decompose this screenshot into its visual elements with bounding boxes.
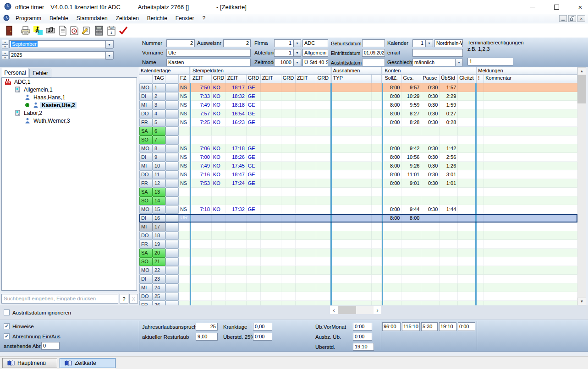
cell-date[interactable]: 12 [153,179,165,188]
cell-g4[interactable] [316,109,330,118]
cell-g2[interactable] [247,196,261,205]
cell-komm[interactable] [484,136,577,144]
cell-typ[interactable] [332,179,372,188]
cell-day[interactable]: DI [139,92,153,101]
month-spinner[interactable]: ▲▼ [2,40,8,49]
cell-z1[interactable] [191,196,212,205]
cell-excl[interactable] [477,196,484,205]
email-field[interactable] [412,49,463,57]
time-report-icon[interactable] [69,25,79,36]
cell-ges[interactable]: 11:01 [401,170,421,179]
cell-komm[interactable] [484,231,577,240]
cell-g4[interactable] [316,136,330,144]
cell-g2[interactable]: GE [247,170,261,179]
cell-z4[interactable] [296,118,316,127]
cell-g3[interactable] [281,240,296,249]
cell-g2[interactable] [247,188,261,196]
cell-g3[interactable] [281,249,296,257]
cell-sollz[interactable] [383,222,401,231]
cell-z2[interactable] [226,301,247,305]
cell-excl[interactable] [477,283,484,292]
cell-g3[interactable] [281,101,296,109]
cell-day[interactable]: MI [139,162,153,170]
cell-fz[interactable]: NS [179,144,190,153]
cell-typ[interactable] [332,292,372,301]
year-combo-arrow-icon[interactable]: ▼ [105,52,113,60]
column-header[interactable]: Pause [421,75,440,83]
cell-g4[interactable] [316,240,330,249]
kranktage-field[interactable]: 0,00 [253,323,272,331]
cell-g1[interactable]: KO [212,101,226,109]
cell-sollz[interactable] [383,292,401,301]
cell-fz[interactable] [179,257,190,266]
cell-gleitz[interactable] [458,205,475,214]
cell-pause[interactable] [421,136,440,144]
cell-uebstd[interactable] [440,292,458,301]
cell-komm[interactable] [484,92,577,101]
cell-z4[interactable] [296,240,316,249]
cell-sp2[interactable] [372,222,382,231]
cell-g3[interactable] [281,153,296,162]
cell-sp2[interactable] [372,257,382,266]
cell-g4[interactable] [316,222,330,231]
cell-g1[interactable] [212,136,226,144]
cell-fz[interactable]: UR [179,214,190,222]
cell-g1[interactable] [212,240,226,249]
cell-excl[interactable] [477,101,484,109]
cell-g2[interactable]: GE [247,101,261,109]
cell-typ[interactable] [332,170,372,179]
cell-sp1[interactable] [165,188,179,196]
cell-uebstd[interactable]: 0:28 [440,118,458,127]
cell-g1[interactable] [212,188,226,196]
cell-ges[interactable]: 8:28 [401,118,421,127]
cell-z4[interactable] [296,109,316,118]
cell-z2[interactable] [226,257,247,266]
cell-excl[interactable] [477,301,484,305]
cell-g3[interactable] [281,283,296,292]
cell-z3[interactable] [261,170,281,179]
cell-fz[interactable]: NS [179,162,190,170]
cell-pause[interactable]: 0:30 [421,92,440,101]
cell-g2[interactable] [247,266,261,275]
cell-pause[interactable] [421,249,440,257]
cell-typ[interactable] [332,231,372,240]
menu-fenster[interactable]: Fenster [171,15,198,22]
mdi-restore-icon[interactable] [568,15,576,22]
cell-z3[interactable] [261,196,281,205]
cell-g1[interactable] [212,301,226,305]
cell-date[interactable]: 22 [153,266,165,275]
cell-date[interactable]: 17 [153,222,165,231]
cell-sp1[interactable] [165,109,179,118]
zeitmodell-combo-arrow-icon[interactable]: ▼ [293,59,301,66]
zeitkarte-button[interactable]: Zeitkarte [60,358,115,368]
cell-excl[interactable] [477,83,484,92]
cell-komm[interactable] [484,196,577,205]
cell-z4[interactable] [296,170,316,179]
cell-z3[interactable] [261,127,281,136]
cell-z3[interactable] [261,101,281,109]
cell-day[interactable]: MO [139,266,153,275]
cell-z1[interactable]: 7:18 [191,205,212,214]
cell-z2[interactable]: 17:24 [226,179,247,188]
cell-ges[interactable]: 9:42 [401,144,421,153]
cell-sp2[interactable] [372,118,382,127]
cell-komm[interactable] [484,109,577,118]
grid-vscrollbar[interactable]: ▲ ▼ [577,67,586,305]
geburtsdatum-field[interactable] [362,39,385,47]
cell-g3[interactable] [281,257,296,266]
cell-typ[interactable] [332,275,372,283]
cell-sp2[interactable] [372,275,382,283]
cell-gleitz[interactable] [458,153,475,162]
cell-z4[interactable] [296,153,316,162]
cell-date[interactable]: 24 [153,283,165,292]
cell-typ[interactable] [332,136,372,144]
cell-excl[interactable] [477,231,484,240]
cell-date[interactable]: 23 [153,275,165,283]
cell-sollz[interactable] [383,231,401,240]
column-header[interactable]: ZEIT [296,75,316,83]
cell-typ[interactable] [332,83,372,92]
cell-g3[interactable] [281,205,296,214]
cell-day[interactable]: MO [139,144,153,153]
calculator-icon[interactable] [93,25,104,36]
cell-date[interactable]: 14 [153,196,165,205]
